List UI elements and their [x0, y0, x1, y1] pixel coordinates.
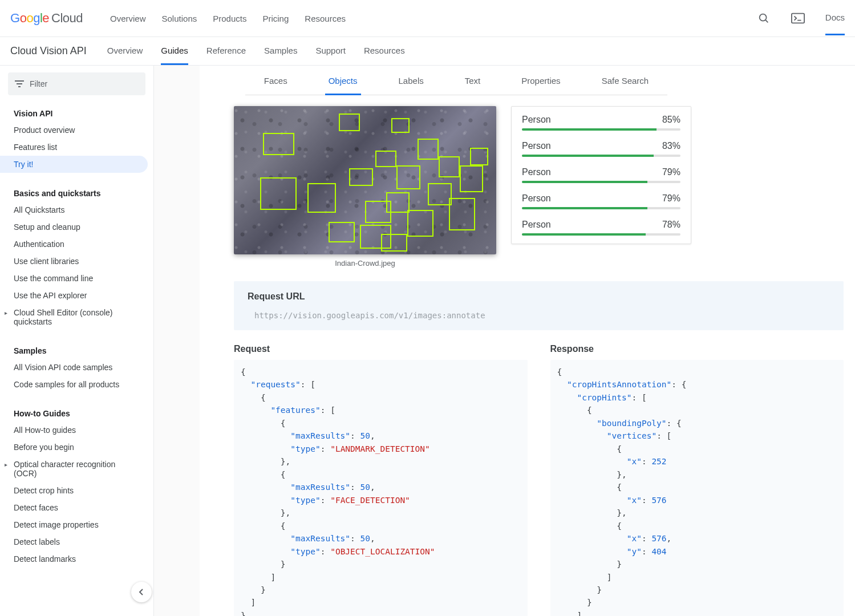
top-nav-products[interactable]: Products [213, 14, 246, 23]
sidebar-item[interactable]: Use the command line [0, 270, 153, 287]
detection-row: Person83% [522, 141, 680, 157]
top-nav-overview[interactable]: Overview [110, 14, 146, 23]
detection-bbox [339, 114, 360, 131]
detection-bbox [386, 192, 410, 213]
result-tab-faces[interactable]: Faces [261, 76, 291, 95]
sidebar-item[interactable]: Code samples for all products [0, 376, 153, 393]
sidebar-item[interactable]: Detect image properties [0, 516, 153, 533]
sidebar-item[interactable]: Detect crop hints [0, 482, 153, 499]
detection-bbox [396, 165, 420, 189]
detection-bbox [381, 234, 407, 252]
sidebar-item[interactable]: All Quickstarts [0, 201, 153, 218]
sub-nav-overview[interactable]: Overview [107, 37, 143, 65]
svg-rect-2 [792, 14, 804, 23]
chevron-right-icon: ▸ [5, 310, 7, 316]
svg-rect-5 [18, 86, 21, 87]
demo-image [234, 106, 496, 254]
sidebar-item[interactable]: Detect landmarks [0, 550, 153, 568]
top-nav-resources[interactable]: Resources [305, 14, 346, 23]
sub-nav-resources[interactable]: Resources [364, 37, 405, 65]
sidebar-section-title: Samples [0, 339, 153, 359]
svg-point-0 [759, 14, 766, 21]
detection-bbox [307, 183, 337, 213]
response-label: Response [550, 344, 844, 354]
svg-rect-4 [17, 83, 22, 84]
google-cloud-logo[interactable]: Google Cloud [10, 11, 83, 26]
detection-bbox [418, 139, 439, 159]
result-tab-objects[interactable]: Objects [325, 76, 361, 95]
sub-nav-samples[interactable]: Samples [264, 37, 297, 65]
sidebar-item[interactable]: All Vision API code samples [0, 359, 153, 376]
detection-label: Person [522, 193, 551, 204]
chevron-right-icon: ▸ [5, 461, 7, 468]
sidebar-item[interactable]: Detect labels [0, 533, 153, 550]
detection-bbox [407, 210, 433, 237]
cloud-shell-icon[interactable] [791, 11, 805, 25]
detection-label: Person [522, 220, 551, 230]
top-nav: OverviewSolutionsProductsPricingResource… [110, 14, 346, 23]
detection-confidence: 85% [662, 115, 680, 125]
sub-header: Cloud Vision API OverviewGuidesReference… [0, 37, 855, 66]
detection-row: Person78% [522, 220, 680, 236]
detection-confidence: 79% [662, 167, 680, 177]
sidebar: Filter Vision APIProduct overviewFeature… [0, 66, 154, 616]
filter-placeholder: Filter [30, 79, 47, 88]
detection-label: Person [522, 115, 551, 125]
result-tab-properties[interactable]: Properties [518, 76, 564, 95]
request-label: Request [234, 344, 528, 354]
sidebar-item[interactable]: Before you begin [0, 439, 153, 456]
sub-nav-guides[interactable]: Guides [161, 37, 188, 65]
request-url-label: Request URL [248, 291, 830, 302]
sidebar-item[interactable]: Product overview [0, 121, 153, 139]
filter-input[interactable]: Filter [8, 72, 145, 95]
detection-confidence: 78% [662, 220, 680, 230]
result-tab-labels[interactable]: Labels [395, 76, 427, 95]
result-tab-text[interactable]: Text [461, 76, 484, 95]
detection-bbox [428, 183, 451, 205]
svg-rect-3 [15, 80, 24, 82]
detection-bbox [460, 165, 483, 192]
sidebar-item[interactable]: Try it! [0, 156, 148, 173]
gutter [154, 66, 200, 616]
sidebar-item[interactable]: Cloud Shell Editor (console) quickstarts… [0, 304, 153, 330]
top-nav-solutions[interactable]: Solutions [162, 14, 197, 23]
detection-bbox [263, 133, 294, 155]
sidebar-item[interactable]: Use the API explorer [0, 287, 153, 304]
sidebar-item[interactable]: Use client libraries [0, 253, 153, 270]
detection-bbox [349, 168, 372, 186]
sidebar-section-title: Basics and quickstarts [0, 182, 153, 201]
sidebar-item[interactable]: Setup and cleanup [0, 218, 153, 236]
result-tab-safe-search[interactable]: Safe Search [598, 76, 653, 95]
sidebar-item[interactable]: Authentication [0, 236, 153, 253]
sidebar-section-title: Vision API [0, 102, 153, 121]
top-nav-pricing[interactable]: Pricing [262, 14, 289, 23]
detection-confidence: 79% [662, 193, 680, 204]
sidebar-item[interactable]: Optical character recognition (OCR)▸ [0, 456, 153, 482]
sidebar-item[interactable]: Features list [0, 139, 153, 156]
sub-nav-support[interactable]: Support [315, 37, 346, 65]
detection-label: Person [522, 167, 551, 177]
detection-bbox [449, 198, 475, 230]
detection-bbox [260, 177, 297, 210]
image-caption: Indian-Crowd.jpeg [234, 259, 496, 268]
detection-row: Person79% [522, 167, 680, 183]
search-icon[interactable] [757, 11, 771, 25]
docs-link[interactable]: Docs [825, 13, 845, 35]
product-title: Cloud Vision API [10, 45, 87, 57]
request-url-value: https://vision.googleapis.com/v1/images:… [248, 307, 830, 320]
response-body: { "cropHintsAnnotation": { "cropHints": … [550, 360, 844, 616]
sidebar-item[interactable]: All How-to guides [0, 422, 153, 439]
detection-label: Person [522, 141, 551, 151]
sidebar-section-title: How-to Guides [0, 402, 153, 422]
detection-row: Person79% [522, 193, 680, 209]
svg-line-1 [765, 20, 768, 22]
sidebar-item[interactable]: Detect faces [0, 499, 153, 516]
request-url-panel: Request URL https://vision.googleapis.co… [234, 281, 844, 330]
collapse-sidebar-button[interactable] [131, 582, 152, 602]
top-header: Google Cloud OverviewSolutionsProductsPr… [0, 0, 855, 37]
detection-bbox [391, 118, 410, 133]
detection-confidence: 83% [662, 141, 680, 151]
detection-bbox [375, 151, 396, 167]
sub-nav: OverviewGuidesReferenceSamplesSupportRes… [107, 37, 405, 65]
sub-nav-reference[interactable]: Reference [206, 37, 246, 65]
